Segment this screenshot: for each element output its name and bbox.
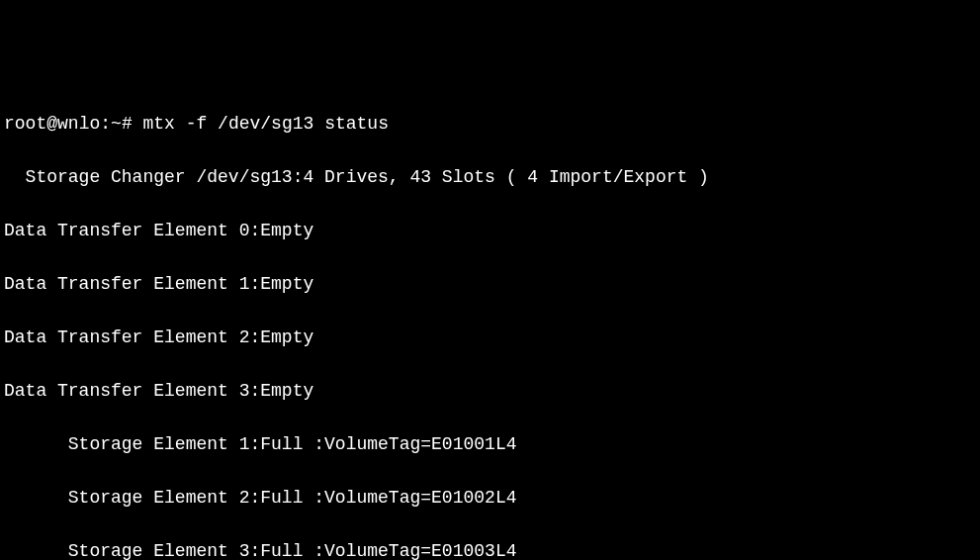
transfer-element-line: Data Transfer Element 3:Empty (4, 378, 976, 405)
storage-changer-header: Storage Changer /dev/sg13:4 Drives, 43 S… (4, 164, 976, 191)
storage-element-line: Storage Element 3:Full :VolumeTag=E01003… (4, 538, 976, 560)
command-text: mtx -f /dev/sg13 status (143, 114, 389, 134)
storage-element-line: Storage Element 2:Full :VolumeTag=E01002… (4, 485, 976, 512)
transfer-element-line: Data Transfer Element 2:Empty (4, 325, 976, 351)
prompt-line[interactable]: root@wnlo:~# mtx -f /dev/sg13 status (4, 111, 976, 138)
transfer-element-line: Data Transfer Element 1:Empty (4, 271, 976, 298)
transfer-element-line: Data Transfer Element 0:Empty (4, 218, 976, 244)
prompt-path: ~ (111, 114, 122, 134)
prompt-user: root (4, 114, 46, 134)
storage-element-line: Storage Element 1:Full :VolumeTag=E01001… (4, 431, 976, 458)
prompt-symbol: # (122, 114, 133, 134)
prompt-host: wnlo (57, 114, 100, 134)
